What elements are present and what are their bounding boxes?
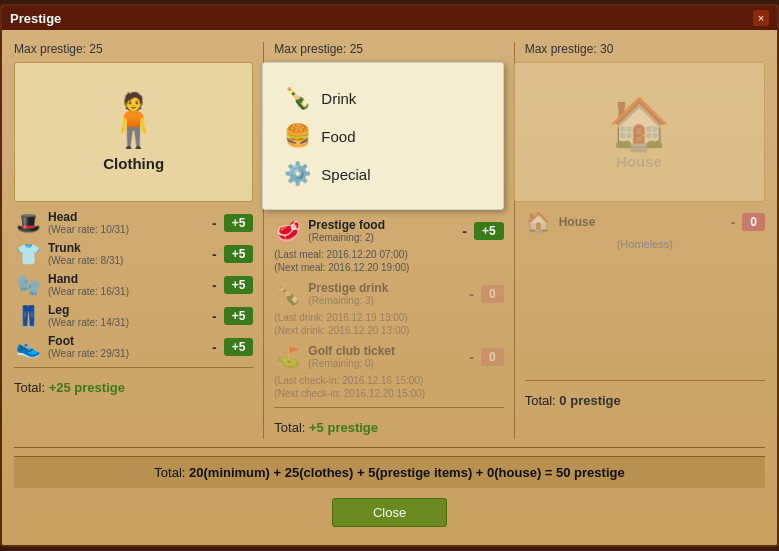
trunk-minus-button[interactable]: - — [209, 246, 220, 262]
prestige-food-name: Prestige food — [308, 218, 453, 232]
head-info: Head (Wear rate: 10/31) — [48, 210, 203, 235]
leg-controls: - +5 — [209, 307, 253, 325]
clothing-total: Total: +25 prestige — [14, 376, 253, 399]
golf-ticket-info: Golf club ticket (Remaining: 0) — [308, 344, 460, 369]
hand-controls: - +5 — [209, 276, 253, 294]
prestige-drink-name: Prestige drink — [308, 281, 460, 295]
golf-ticket-icon: ⛳ — [274, 345, 302, 369]
close-button[interactable]: Close — [332, 498, 447, 527]
homeless-label: (Homeless) — [525, 238, 765, 250]
clothing-item-hand: 🧤 Hand (Wear rate: 16/31) - +5 — [14, 272, 253, 297]
house-item-name: House — [559, 215, 722, 229]
foot-info: Foot (Wear rate: 29/31) — [48, 334, 203, 359]
house-column: Max prestige: 30 ➜ 🏠 House 🏠 House — [515, 42, 765, 439]
prestige-food-controls: - +5 — [459, 222, 503, 240]
food-items-list: 🥩 Prestige food (Remaining: 2) - +5 (Las… — [274, 218, 503, 399]
house-category-box: 🏠 House — [513, 62, 765, 202]
hand-minus-button[interactable]: - — [209, 277, 220, 293]
clothing-item-leg: 👖 Leg (Wear rate: 14/31) - +5 — [14, 303, 253, 328]
prestige-window: Prestige × Max prestige: 25 🧍 Clothing 🎩 — [0, 4, 779, 547]
golf-ticket-controls: - 0 — [466, 348, 503, 366]
window-close-button[interactable]: × — [753, 10, 769, 26]
food-dropdown-items: 🍾 Drink 🍔 Food ⚙️ Special — [271, 71, 494, 201]
leg-info: Leg (Wear rate: 14/31) — [48, 303, 203, 328]
house-category-label: House — [616, 153, 662, 170]
leg-value-badge: +5 — [224, 307, 254, 325]
clothing-item-foot: 👟 Foot (Wear rate: 29/31) - +5 — [14, 334, 253, 359]
drink-label: Drink — [321, 90, 356, 107]
clothing-icon-center: 🧍 Clothing — [23, 71, 244, 191]
food-total-label: Total: — [274, 420, 305, 435]
prestige-drink-sub: (Remaining: 3) — [308, 295, 460, 306]
foot-value-badge: +5 — [224, 338, 254, 356]
foot-name: Foot — [48, 334, 203, 348]
prestige-food-icon: 🥩 — [274, 219, 302, 243]
head-minus-button[interactable]: - — [209, 215, 220, 231]
grand-total-formula: 20(minimum) + 25(clothes) + 5(prestige i… — [189, 465, 625, 480]
hand-value-badge: +5 — [224, 276, 254, 294]
house-max-prestige: Max prestige: 30 — [525, 42, 765, 56]
dropdown-special[interactable]: ⚙️ Special — [283, 155, 482, 193]
grand-total-label: Total: — [154, 465, 185, 480]
golf-ticket-row: ⛳ Golf club ticket (Remaining: 0) - 0 — [274, 344, 503, 369]
clothing-item-head: 🎩 Head (Wear rate: 10/31) - +5 — [14, 210, 253, 235]
prestige-drink-row: 🍾 Prestige drink (Remaining: 3) - 0 — [274, 281, 503, 306]
hand-name: Hand — [48, 272, 203, 286]
clothing-category-box: 🧍 Clothing — [14, 62, 253, 202]
clothing-total-value: +25 prestige — [49, 380, 125, 395]
prestige-food-sub: (Remaining: 2) — [308, 232, 453, 243]
prestige-food-value: +5 — [474, 222, 504, 240]
house-item-info: House — [559, 215, 722, 229]
golf-ticket-date1: (Last check-in: 2016.12.16 15:00) — [274, 375, 503, 386]
special-dropdown-icon: ⚙️ — [283, 161, 311, 187]
leg-sub: (Wear rate: 14/31) — [48, 317, 203, 328]
clothing-item-trunk: 👕 Trunk (Wear rate: 8/31) - +5 — [14, 241, 253, 266]
prestige-drink-controls: - 0 — [466, 285, 503, 303]
dropdown-food[interactable]: 🍔 Food — [283, 117, 482, 155]
prestige-food-minus-button[interactable]: - — [459, 223, 470, 239]
foot-icon: 👟 — [14, 335, 42, 359]
foot-minus-button[interactable]: - — [209, 339, 220, 355]
clothing-column: Max prestige: 25 🧍 Clothing 🎩 Head (Wear… — [14, 42, 264, 439]
golf-ticket-name: Golf club ticket — [308, 344, 460, 358]
window-title: Prestige — [10, 11, 61, 26]
golf-ticket-sub: (Remaining: 0) — [308, 358, 460, 369]
hand-info: Hand (Wear rate: 16/31) — [48, 272, 203, 297]
prestige-drink-icon: 🍾 — [274, 282, 302, 306]
leg-minus-button[interactable]: - — [209, 308, 220, 324]
leg-icon: 👖 — [14, 304, 42, 328]
head-name: Head — [48, 210, 203, 224]
house-items-list: 🏠 House - 0 (Homeless) — [525, 210, 765, 250]
prestige-drink-value: 0 — [481, 285, 504, 303]
golf-ticket-date2: (Next check-in: 2016.12.20 15:00) — [274, 388, 503, 399]
clothing-max-prestige: Max prestige: 25 — [14, 42, 253, 56]
trunk-name: Trunk — [48, 241, 203, 255]
prestige-food-row: 🥩 Prestige food (Remaining: 2) - +5 — [274, 218, 503, 243]
foot-controls: - +5 — [209, 338, 253, 356]
food-item-prestige-food: 🥩 Prestige food (Remaining: 2) - +5 (Las… — [274, 218, 503, 273]
golf-ticket-value: 0 — [481, 348, 504, 366]
clothing-total-label: Total: — [14, 380, 45, 395]
clothing-figure-icon: 🧍 — [101, 90, 166, 151]
prestige-food-info: Prestige food (Remaining: 2) — [308, 218, 453, 243]
prestige-food-date1: (Last meal: 2016.12.20 07:00) — [274, 249, 503, 260]
house-total-value: 0 prestige — [559, 393, 620, 408]
head-sub: (Wear rate: 10/31) — [48, 224, 203, 235]
special-label: Special — [321, 166, 370, 183]
head-controls: - +5 — [209, 214, 253, 232]
golf-ticket-minus-button[interactable]: - — [466, 349, 477, 365]
house-item-row: 🏠 House - 0 — [525, 210, 765, 234]
content-area: Max prestige: 25 🧍 Clothing 🎩 Head (Wear… — [2, 30, 777, 545]
food-label: Food — [321, 128, 355, 145]
house-item-controls: - 0 — [728, 213, 765, 231]
trunk-controls: - +5 — [209, 245, 253, 263]
food-item-prestige-drink: 🍾 Prestige drink (Remaining: 3) - 0 (Las… — [274, 281, 503, 336]
prestige-drink-info: Prestige drink (Remaining: 3) — [308, 281, 460, 306]
house-minus-button[interactable]: - — [728, 214, 739, 230]
food-column: Max prestige: 25 ➜ 🍾 Drink 🍔 — [264, 42, 514, 439]
prestige-drink-minus-button[interactable]: - — [466, 286, 477, 302]
hand-icon: 🧤 — [14, 273, 42, 297]
prestige-drink-date2: (Next drink: 2016.12.20 13:00) — [274, 325, 503, 336]
dropdown-drink[interactable]: 🍾 Drink — [283, 79, 482, 117]
food-dropdown-icon: 🍔 — [283, 123, 311, 149]
